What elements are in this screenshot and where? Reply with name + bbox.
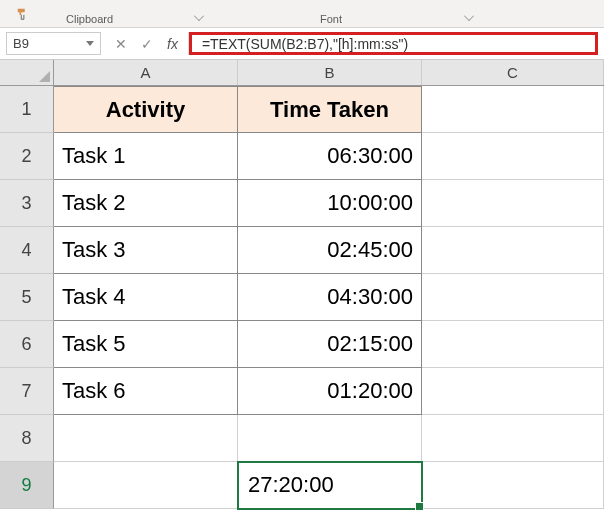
- select-all-corner[interactable]: [0, 60, 54, 85]
- col-header-A[interactable]: A: [54, 60, 238, 85]
- cell-C9[interactable]: [422, 462, 604, 509]
- col-header-B[interactable]: B: [238, 60, 422, 85]
- row-header[interactable]: 8: [0, 415, 54, 462]
- cell-C5[interactable]: [422, 274, 604, 321]
- row-header[interactable]: 1: [0, 86, 54, 133]
- cell-A2[interactable]: Task 1: [54, 133, 238, 180]
- chevron-down-icon[interactable]: [86, 41, 94, 46]
- cell-B4[interactable]: 02:45:00: [238, 227, 422, 274]
- cell-B5[interactable]: 04:30:00: [238, 274, 422, 321]
- formula-text: =TEXT(SUM(B2:B7),"[h]:mm:ss"): [202, 36, 408, 52]
- table-row: 3 Task 2 10:00:00: [0, 180, 604, 227]
- cell-C3[interactable]: [422, 180, 604, 227]
- column-headers: A B C: [0, 60, 604, 86]
- ribbon-group-label-clipboard: Clipboard: [66, 13, 113, 25]
- row-header[interactable]: 9: [0, 462, 54, 509]
- table-row: 4 Task 3 02:45:00: [0, 227, 604, 274]
- check-icon[interactable]: ✓: [141, 36, 153, 52]
- ribbon-group-strip: Clipboard Font: [0, 0, 604, 28]
- spreadsheet-grid[interactable]: A B C 1 Activity Time Taken 2 Task 1 06:…: [0, 60, 604, 509]
- cell-B7[interactable]: 01:20:00: [238, 368, 422, 415]
- fx-icon[interactable]: fx: [167, 36, 178, 52]
- cell-A7[interactable]: Task 6: [54, 368, 238, 415]
- cell-C7[interactable]: [422, 368, 604, 415]
- cell-C1[interactable]: [422, 86, 604, 133]
- cell-C8[interactable]: [422, 415, 604, 462]
- col-header-C[interactable]: C: [422, 60, 604, 85]
- table-row: 6 Task 5 02:15:00: [0, 321, 604, 368]
- cell-C6[interactable]: [422, 321, 604, 368]
- table-row: 2 Task 1 06:30:00: [0, 133, 604, 180]
- format-painter-icon: [16, 7, 30, 21]
- dialog-launcher-icon[interactable]: [194, 11, 204, 21]
- cell-C4[interactable]: [422, 227, 604, 274]
- format-painter-button[interactable]: [0, 7, 30, 21]
- table-row: 7 Task 6 01:20:00: [0, 368, 604, 415]
- cell-A9[interactable]: [54, 462, 238, 509]
- table-row: 8: [0, 415, 604, 462]
- cell-A5[interactable]: Task 4: [54, 274, 238, 321]
- formula-input[interactable]: =TEXT(SUM(B2:B7),"[h]:mm:ss"): [189, 32, 598, 55]
- row-header[interactable]: 3: [0, 180, 54, 227]
- formula-bar-buttons: ✕ ✓ fx: [105, 32, 189, 55]
- table-row: 9 27:20:00: [0, 462, 604, 509]
- dialog-launcher-icon[interactable]: [464, 11, 474, 21]
- cell-A3[interactable]: Task 2: [54, 180, 238, 227]
- cancel-icon[interactable]: ✕: [115, 36, 127, 52]
- cell-A8[interactable]: [54, 415, 238, 462]
- cell-A4[interactable]: Task 3: [54, 227, 238, 274]
- cell-C2[interactable]: [422, 133, 604, 180]
- name-box-value: B9: [13, 36, 29, 51]
- table-row: 5 Task 4 04:30:00: [0, 274, 604, 321]
- cell-A6[interactable]: Task 5: [54, 321, 238, 368]
- row-header[interactable]: 4: [0, 227, 54, 274]
- ribbon-group-label-font: Font: [320, 13, 342, 25]
- name-box[interactable]: B9: [6, 32, 101, 55]
- cell-B2[interactable]: 06:30:00: [238, 133, 422, 180]
- cell-A1[interactable]: Activity: [54, 86, 238, 133]
- cell-B9-active[interactable]: 27:20:00: [238, 462, 422, 509]
- row-header[interactable]: 5: [0, 274, 54, 321]
- row-header[interactable]: 6: [0, 321, 54, 368]
- formula-bar-row: B9 ✕ ✓ fx =TEXT(SUM(B2:B7),"[h]:mm:ss"): [0, 28, 604, 60]
- cell-B6[interactable]: 02:15:00: [238, 321, 422, 368]
- cell-B3[interactable]: 10:00:00: [238, 180, 422, 227]
- row-header[interactable]: 2: [0, 133, 54, 180]
- cell-B1[interactable]: Time Taken: [238, 86, 422, 133]
- row-header[interactable]: 7: [0, 368, 54, 415]
- table-row: 1 Activity Time Taken: [0, 86, 604, 133]
- cell-B8[interactable]: [238, 415, 422, 462]
